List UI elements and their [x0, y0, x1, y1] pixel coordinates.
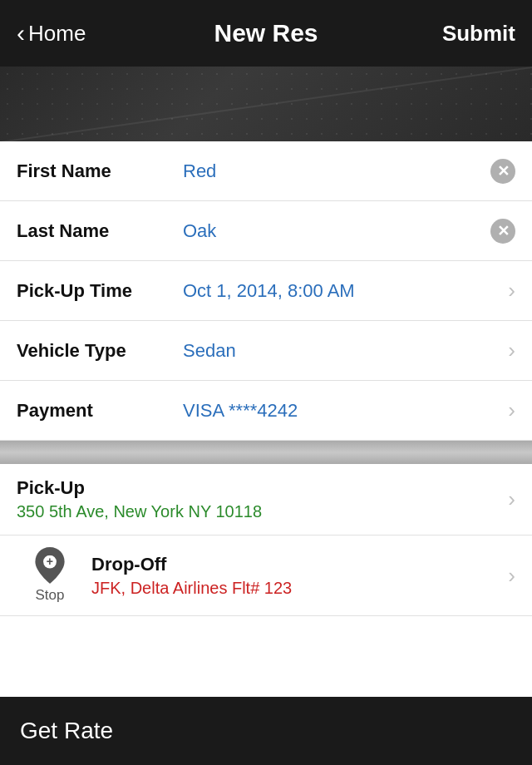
- pickup-location-content: Pick-Up 350 5th Ave, New York NY 10118: [17, 477, 508, 521]
- last-name-value: Oak: [183, 220, 490, 242]
- first-name-row[interactable]: First Name Red ✕: [0, 141, 532, 201]
- payment-label: Payment: [17, 400, 183, 422]
- last-name-label: Last Name: [17, 220, 183, 242]
- first-name-clear-button[interactable]: ✕: [490, 159, 515, 184]
- vehicle-type-label: Vehicle Type: [17, 340, 183, 362]
- stop-label: Stop: [36, 587, 65, 604]
- pickup-chevron-icon: ›: [508, 486, 515, 512]
- payment-value: VISA ****4242: [183, 400, 508, 422]
- pickup-location-row[interactable]: Pick-Up 350 5th Ave, New York NY 10118 ›: [0, 464, 532, 536]
- dropoff-location-row[interactable]: + Stop Drop-Off JFK, Delta Airlines Flt#…: [0, 536, 532, 616]
- pickup-address: 350 5th Ave, New York NY 10118: [17, 502, 508, 521]
- location-section: Pick-Up 350 5th Ave, New York NY 10118 ›…: [0, 464, 532, 616]
- pickup-time-row[interactable]: Pick-Up Time Oct 1, 2014, 8:00 AM ›: [0, 261, 532, 321]
- vehicle-type-value: Sedan: [183, 340, 508, 362]
- header-decoration: [0, 67, 532, 141]
- vehicle-type-chevron-icon: ›: [508, 338, 515, 363]
- page-title: New Res: [214, 19, 318, 47]
- payment-chevron-icon: ›: [508, 397, 515, 423]
- pickup-time-label: Pick-Up Time: [17, 280, 183, 302]
- navigation-bar: ‹ Home New Res Submit: [0, 0, 532, 67]
- stop-icon-area: + Stop: [17, 547, 91, 604]
- bottom-bar[interactable]: Get Rate: [0, 697, 532, 765]
- form-section: First Name Red ✕ Last Name Oak ✕ Pick-Up…: [0, 141, 532, 441]
- back-button[interactable]: ‹ Home: [17, 19, 86, 47]
- stop-pin-icon: +: [32, 547, 68, 584]
- vehicle-type-row[interactable]: Vehicle Type Sedan ›: [0, 321, 532, 381]
- pickup-time-chevron-icon: ›: [508, 278, 515, 304]
- dropoff-address: JFK, Delta Airlines Flt# 123: [91, 579, 508, 598]
- payment-row[interactable]: Payment VISA ****4242 ›: [0, 381, 532, 441]
- first-name-value: Red: [183, 160, 490, 182]
- dropoff-title: Drop-Off: [91, 554, 508, 575]
- svg-text:+: +: [47, 555, 53, 568]
- dropoff-chevron-icon: ›: [508, 563, 515, 589]
- submit-button[interactable]: Submit: [442, 21, 515, 47]
- dropoff-location-content: Drop-Off JFK, Delta Airlines Flt# 123: [91, 554, 508, 598]
- get-rate-button[interactable]: Get Rate: [20, 718, 113, 744]
- chevron-left-icon: ‹: [17, 19, 25, 47]
- pickup-time-value: Oct 1, 2014, 8:00 AM: [183, 280, 508, 302]
- pickup-title: Pick-Up: [17, 477, 508, 499]
- first-name-label: First Name: [17, 160, 183, 182]
- back-label: Home: [28, 21, 86, 47]
- last-name-row[interactable]: Last Name Oak ✕: [0, 201, 532, 261]
- last-name-clear-button[interactable]: ✕: [490, 219, 515, 244]
- section-separator: [0, 441, 532, 464]
